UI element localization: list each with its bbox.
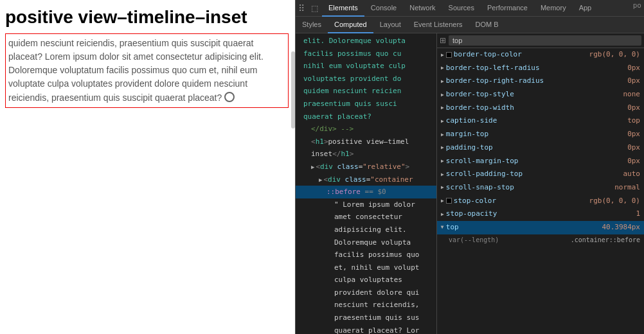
elem-line-h1[interactable]: <h1>positive view–timel: [296, 136, 436, 148]
elem-line-h1-close[interactable]: inset</h1>: [296, 148, 436, 161]
webpage-content: positive view–timeline–inset quidem nesc…: [0, 0, 295, 114]
elem-line[interactable]: quidem nesciunt reicien: [296, 85, 436, 98]
expand-icon: ▶: [441, 210, 444, 219]
elem-line-text-3[interactable]: adipisicing elit.: [296, 224, 436, 236]
left-scrollbar[interactable]: [291, 51, 295, 128]
subtab-computed[interactable]: Computed: [328, 17, 373, 33]
elem-line-text-2[interactable]: amet consectetur: [296, 211, 436, 224]
elem-line-div-relative[interactable]: ▶<div class="relative">: [296, 161, 436, 173]
tab-sources[interactable]: Sources: [442, 0, 481, 17]
expand-icon: ▶: [441, 103, 444, 112]
elem-line-text-8[interactable]: provident dolore qui: [296, 286, 436, 299]
drag-handle: ⠿: [296, 3, 307, 13]
elem-line[interactable]: praesentium quis susci: [296, 98, 436, 110]
prop-scroll-margin-top[interactable]: ▶ scroll-margin-top 0px: [437, 155, 644, 168]
prop-top[interactable]: ▶ top 40.3984px: [437, 221, 644, 234]
color-swatch-stop: [446, 198, 452, 204]
page-body-text: quidem nesciunt reiciendis, praesentium …: [5, 33, 289, 108]
elem-line-text-7[interactable]: culpa voluptates: [296, 274, 436, 286]
prop-border-top-width[interactable]: ▶ border-top-width 0px: [437, 101, 644, 115]
subtab-dom-b[interactable]: DOM B: [469, 17, 505, 33]
elements-panel[interactable]: elit. Doloremque volupta facilis possimu…: [296, 33, 437, 334]
prop-stop-color[interactable]: ▶ stop-color rgb(0, 0, 0): [437, 195, 644, 208]
subtab-event-listeners[interactable]: Event Listeners: [407, 17, 469, 33]
subtab-styles[interactable]: Styles: [296, 17, 328, 33]
computed-props-list: ▶ border-top-color rgb(0, 0, 0) ▶ border…: [437, 48, 644, 334]
elem-line-text-5[interactable]: facilis possimus quo: [296, 249, 436, 261]
page-heading: positive view–timeline–inset: [5, 6, 289, 28]
computed-filter-bar: ⊞ po: [437, 33, 644, 48]
subtab-layout[interactable]: Layout: [373, 17, 407, 33]
tab-elements[interactable]: Elements: [322, 0, 364, 17]
expand-icon: ▶: [441, 77, 444, 86]
expand-icon: ▶: [441, 143, 444, 152]
devtools-tabs: ⠿ ⬚ Elements Console Network Sources Per…: [296, 0, 644, 17]
expand-icon: ▶: [441, 170, 444, 179]
elem-line[interactable]: elit. Doloremque volupta: [296, 35, 436, 48]
elem-line-text-10[interactable]: praesentium quis sus: [296, 312, 436, 324]
tab-performance[interactable]: Performance: [481, 0, 534, 17]
color-swatch: [446, 52, 452, 58]
prop-scroll-padding-top[interactable]: ▶ scroll-padding-top auto: [437, 168, 644, 181]
elem-line-before-selected[interactable]: ::before == $0: [296, 186, 436, 198]
expand-icon: ▶: [441, 157, 444, 166]
tab-app[interactable]: App: [573, 0, 598, 17]
prop-border-top-right-radius[interactable]: ▶ border-top-right-radius 0px: [437, 75, 644, 88]
elem-line-div-container[interactable]: ▶<div class="container: [296, 173, 436, 186]
expand-icon: ▶: [441, 117, 444, 126]
elem-line[interactable]: facilis possimus quo cu: [296, 48, 436, 60]
elem-line-text-6[interactable]: et, nihil eum volupt: [296, 261, 436, 274]
filter-icon: ⊞: [440, 36, 446, 45]
elem-line[interactable]: </div> -->: [296, 123, 436, 136]
elem-line[interactable]: voluptates provident do: [296, 73, 436, 85]
expand-icon: ▶: [441, 197, 444, 206]
elem-line-text-4[interactable]: Doloremque volupta: [296, 236, 436, 249]
computed-panel: ⊞ po ▶ border-top-color rgb(0, 0, 0) ▶ b…: [437, 33, 644, 334]
prop-scroll-snap-stop[interactable]: ▶ scroll-snap-stop normal: [437, 181, 644, 195]
elem-line-text-9[interactable]: nesciunt reiciendis,: [296, 299, 436, 312]
elem-line[interactable]: quaerat placeat?: [296, 110, 436, 123]
expand-icon: ▶: [441, 130, 444, 139]
prop-stop-opacity[interactable]: ▶ stop-opacity 1: [437, 207, 644, 221]
prop-margin-top[interactable]: ▶ margin-top 0px: [437, 128, 644, 141]
expand-icon: ▶: [441, 183, 444, 192]
inspect-icon[interactable]: ⬚: [307, 4, 322, 13]
prop-border-top-color[interactable]: ▶ border-top-color rgb(0, 0, 0): [437, 48, 644, 62]
expand-icon: ▶: [441, 51, 444, 60]
computed-filter-input[interactable]: [449, 35, 641, 46]
prop-border-top-style[interactable]: ▶ border-top-style none: [437, 88, 644, 101]
elem-line-text-1[interactable]: " Lorem ipsum dolor: [296, 198, 436, 211]
prop-border-top-left-radius[interactable]: ▶ border-top-left-radius 0px: [437, 62, 644, 75]
elem-line[interactable]: nihil eum voluptate culp: [296, 60, 436, 73]
devtools-subtabs: Styles Computed Layout Event Listeners D…: [296, 17, 644, 33]
prop-padding-top[interactable]: ▶ padding-top 0px: [437, 141, 644, 155]
devtools-panel: ⠿ ⬚ Elements Console Network Sources Per…: [296, 0, 644, 334]
prop-top-sub[interactable]: var(--length) .container::before: [437, 234, 644, 246]
prop-caption-side[interactable]: ▶ caption-side top: [437, 114, 644, 128]
tab-console[interactable]: Console: [364, 0, 403, 17]
webpage-preview: positive view–timeline–inset quidem nesc…: [0, 0, 296, 334]
expand-icon: ▶: [441, 91, 444, 100]
expand-icon-expanded: ▶: [438, 226, 447, 229]
tab-memory[interactable]: Memory: [534, 0, 573, 17]
devtools-main: elit. Doloremque volupta facilis possimu…: [296, 33, 644, 334]
expand-icon: ▶: [441, 64, 444, 73]
cursor-indicator: [224, 92, 235, 102]
elem-line-text-11[interactable]: quaerat placeat? Lor: [296, 324, 436, 334]
tab-network[interactable]: Network: [403, 0, 442, 17]
